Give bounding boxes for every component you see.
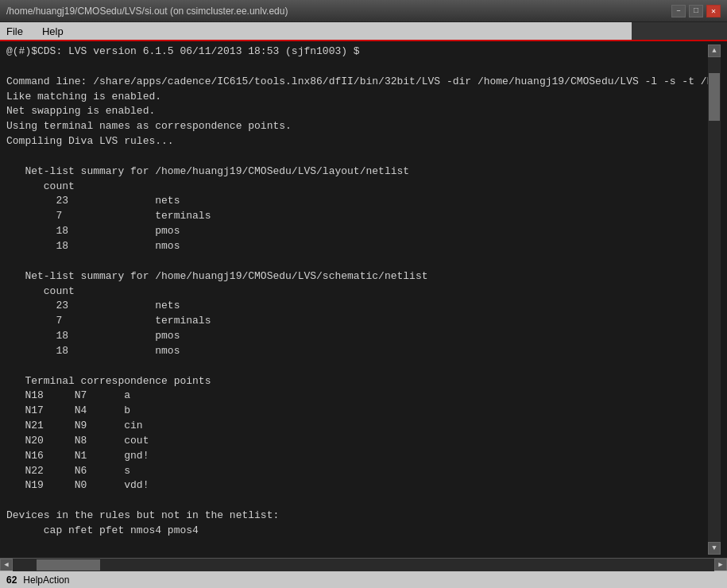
cadence-logo: cādence	[633, 22, 721, 40]
hscroll-right-button[interactable]: ▶	[714, 559, 727, 571]
statusbar: 62 HelpAction	[0, 571, 727, 588]
scroll-thumb[interactable]	[709, 73, 720, 121]
status-line-number: 62	[6, 574, 17, 586]
horizontal-scrollbar[interactable]: ◀ ▶	[0, 558, 727, 571]
menu-help[interactable]: Help	[39, 24, 67, 39]
scroll-track[interactable]	[708, 57, 721, 542]
hscroll-thumb[interactable]	[37, 559, 100, 571]
scroll-down-button[interactable]: ▼	[708, 542, 721, 555]
menubar: File Help cādence	[0, 22, 727, 41]
minimize-button[interactable]: –	[671, 5, 686, 17]
maximize-button[interactable]: □	[689, 5, 703, 17]
menu-file[interactable]: File	[3, 24, 26, 39]
hscroll-left-button[interactable]: ◀	[0, 559, 13, 571]
titlebar: /home/huangj19/CMOSedu/LVS/si.out (on cs…	[0, 0, 727, 22]
hscroll-track[interactable]	[13, 559, 714, 571]
titlebar-controls: – □ ✕	[671, 5, 721, 17]
terminal-output[interactable]: @(#)$CDS: LVS version 6.1.5 06/11/2013 1…	[6, 44, 708, 555]
close-button[interactable]: ✕	[706, 5, 721, 17]
vertical-scrollbar[interactable]: ▲ ▼	[708, 44, 721, 555]
scroll-up-button[interactable]: ▲	[708, 44, 721, 57]
titlebar-title: /home/huangj19/CMOSedu/LVS/si.out (on cs…	[6, 6, 288, 17]
terminal-area: @(#)$CDS: LVS version 6.1.5 06/11/2013 1…	[0, 41, 727, 558]
status-action: HelpAction	[23, 574, 69, 586]
